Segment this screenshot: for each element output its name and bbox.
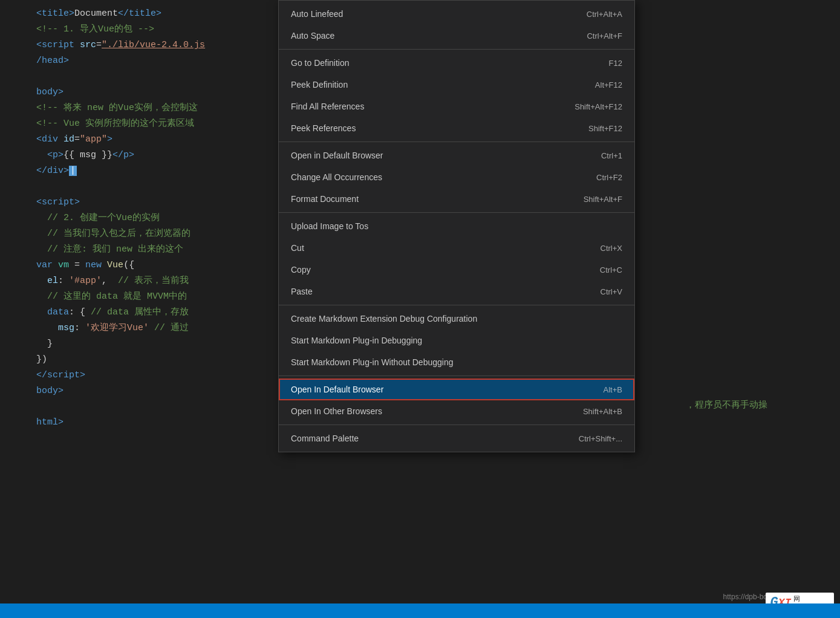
menu-separator [279, 212, 634, 213]
menu-separator [279, 376, 634, 376]
menu-item-label: Command Palette [291, 434, 359, 443]
menu-item-change-all-occurrences[interactable]: Change All Occurrences Ctrl+F2 [279, 166, 634, 188]
menu-item-label: Paste [291, 287, 313, 296]
context-menu: Auto Linefeed Ctrl+Alt+A Auto Space Ctrl… [278, 0, 635, 452]
menu-item-shortcut: Ctrl+F2 [596, 173, 622, 182]
menu-item-label: Copy [291, 265, 311, 275]
url-hint: https://dpb-bo [723, 593, 767, 601]
menu-item-shortcut: Ctrl+Alt+A [587, 10, 622, 19]
menu-item-label: Open In Default Browser [291, 385, 383, 394]
menu-item-find-all-references[interactable]: Find All References Shift+Alt+F12 [279, 96, 634, 117]
menu-separator [279, 424, 634, 425]
menu-item-auto-linefeed[interactable]: Auto Linefeed Ctrl+Alt+A [279, 3, 634, 25]
menu-item-shortcut: Ctrl+C [600, 265, 622, 275]
menu-item-label: Auto Linefeed [291, 9, 343, 19]
menu-item-shortcut: Shift+Alt+B [583, 407, 622, 416]
menu-item-open-in-default-browser[interactable]: Open In Default Browser Alt+B [279, 379, 634, 400]
menu-item-shortcut: Ctrl+Shift+... [579, 434, 622, 443]
menu-item-shortcut: Ctrl+V [601, 287, 622, 296]
menu-item-create-markdown-config[interactable]: Create Markdown Extension Debug Configur… [279, 308, 634, 330]
menu-item-shortcut: Ctrl+X [601, 244, 622, 253]
menu-item-label: Open In Other Browsers [291, 406, 382, 416]
menu-item-open-default-browser[interactable]: Open in Default Browser Ctrl+1 [279, 145, 634, 166]
menu-item-start-markdown-no-debug[interactable]: Start Markdown Plug-in Without Debugging [279, 351, 634, 373]
menu-item-shortcut: Shift+Alt+F [584, 195, 622, 204]
menu-item-label: Auto Space [291, 31, 334, 41]
status-bar [0, 603, 840, 618]
menu-item-paste[interactable]: Paste Ctrl+V [279, 281, 634, 302]
right-comment: ，程序员不再手动操 [686, 399, 767, 411]
menu-item-label: Start Markdown Plug-in Without Debugging [291, 357, 453, 367]
menu-item-copy[interactable]: Copy Ctrl+C [279, 259, 634, 281]
menu-item-label: Format Document [291, 194, 359, 204]
menu-item-shortcut: Shift+Alt+F12 [575, 102, 622, 111]
menu-item-label: Cut [291, 243, 304, 253]
menu-item-label: Find All References [291, 102, 364, 111]
menu-item-label: Peek References [291, 123, 356, 133]
menu-item-peek-references[interactable]: Peek References Shift+F12 [279, 117, 634, 139]
menu-item-upload-image[interactable]: Upload Image to Tos [279, 215, 634, 237]
menu-item-go-to-definition[interactable]: Go to Definition F12 [279, 52, 634, 74]
menu-separator [279, 305, 634, 305]
menu-item-shortcut: Shift+F12 [588, 124, 622, 133]
menu-item-shortcut: Alt+B [604, 385, 622, 394]
menu-item-label: Peek Definition [291, 80, 348, 89]
menu-item-label: Open in Default Browser [291, 151, 383, 160]
menu-separator [279, 141, 634, 142]
menu-item-label: Upload Image to Tos [291, 221, 368, 231]
menu-item-command-palette[interactable]: Command Palette Ctrl+Shift+... [279, 428, 634, 449]
menu-item-start-markdown-debug[interactable]: Start Markdown Plug-in Debugging [279, 330, 634, 351]
watermark-line1: 网 [793, 595, 829, 603]
menu-item-auto-space[interactable]: Auto Space Ctrl+Alt+F [279, 25, 634, 47]
menu-item-format-document[interactable]: Format Document Shift+Alt+F [279, 188, 634, 210]
menu-item-cut[interactable]: Cut Ctrl+X [279, 237, 634, 259]
menu-item-label: Start Markdown Plug-in Debugging [291, 336, 422, 345]
menu-item-shortcut: F12 [609, 59, 622, 68]
menu-item-label: Create Markdown Extension Debug Configur… [291, 314, 477, 324]
menu-item-open-in-other-browsers[interactable]: Open In Other Browsers Shift+Alt+B [279, 400, 634, 422]
menu-item-label: Change All Occurrences [291, 172, 382, 182]
menu-separator [279, 49, 634, 50]
menu-item-shortcut: Ctrl+Alt+F [587, 31, 622, 41]
menu-item-peek-definition[interactable]: Peek Definition Alt+F12 [279, 74, 634, 96]
menu-item-shortcut: Alt+F12 [595, 80, 622, 89]
menu-item-label: Go to Definition [291, 58, 350, 68]
menu-item-shortcut: Ctrl+1 [601, 151, 622, 160]
